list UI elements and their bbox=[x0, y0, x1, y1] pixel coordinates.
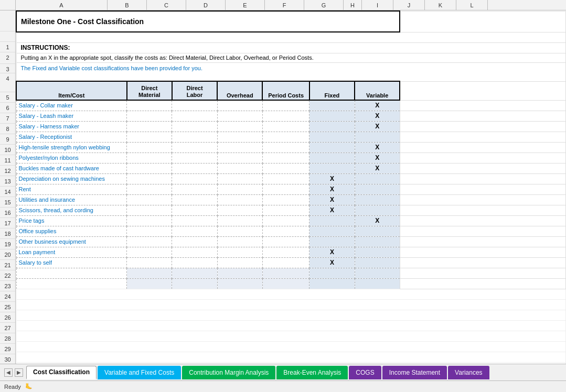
item-cell: Office supplies bbox=[16, 226, 127, 236]
table-row[interactable]: Rent X bbox=[16, 184, 566, 194]
col-item-header: Item/Cost bbox=[16, 81, 127, 100]
instructions-row-3: The Fixed and Variable cost classificati… bbox=[16, 62, 566, 81]
table-row[interactable]: Salary - Leash maker X bbox=[16, 111, 566, 121]
col-header-j: J bbox=[393, 0, 425, 10]
table-row[interactable]: Depreciation on sewing machines X bbox=[16, 173, 566, 184]
col-variable-header: Variable bbox=[355, 81, 400, 100]
accessibility-icon: 🦶 bbox=[25, 383, 33, 390]
instructions-row-1: INSTRUCTIONS: bbox=[16, 42, 566, 53]
tab-income-statement[interactable]: Income Statement bbox=[382, 366, 447, 379]
column-header-row: Item/Cost DirectMaterial DirectLabor Ove… bbox=[16, 81, 566, 100]
variable-cell[interactable]: X bbox=[355, 100, 400, 111]
table-row[interactable]: Salary to self X bbox=[16, 257, 566, 268]
item-cell: Loan payment bbox=[16, 247, 127, 257]
item-cell: Salary - Collar maker bbox=[16, 100, 127, 111]
table-row[interactable]: Loan payment X bbox=[16, 247, 566, 257]
col-oh-header: Overhead bbox=[217, 81, 262, 100]
table-row[interactable]: Salary - Harness maker X bbox=[16, 121, 566, 132]
item-cell: Salary - Leash maker bbox=[16, 111, 127, 121]
empty-row-1 bbox=[16, 32, 566, 42]
col-header-h: H bbox=[344, 0, 362, 10]
instructions-line1: Putting an X in the appropriate spot, cl… bbox=[21, 55, 314, 61]
instructions-line2: The Fixed and Variable cost classificati… bbox=[21, 65, 203, 71]
empty-row bbox=[16, 352, 566, 362]
col-header-k: K bbox=[425, 0, 456, 10]
main-area: 1 2 3 4 5 6 7 8 9 10 11 12 13 14 15 16 1… bbox=[0, 10, 566, 364]
empty-data-row bbox=[16, 268, 566, 278]
col-header-i: I bbox=[362, 0, 393, 10]
empty-row bbox=[16, 331, 566, 341]
data-table: Milestone One - Cost Classification INST… bbox=[16, 10, 566, 364]
tab-variable-fixed-costs[interactable]: Variable and Fixed Costs bbox=[98, 366, 181, 379]
title-spacer bbox=[400, 11, 565, 32]
tab-break-even-analysis[interactable]: Break-Even Analysis bbox=[276, 366, 348, 379]
item-cell: Buckles made of cast hardware bbox=[16, 163, 127, 173]
status-bar: Ready 🦶 bbox=[0, 380, 566, 392]
col-header-d: D bbox=[186, 0, 226, 10]
dl-cell[interactable] bbox=[172, 100, 217, 111]
table-row[interactable]: Office supplies bbox=[16, 226, 566, 236]
table-row[interactable]: High-tensile strength nylon webbing X bbox=[16, 142, 566, 153]
tab-variances[interactable]: Variances bbox=[448, 366, 489, 379]
tab-cogs[interactable]: COGS bbox=[349, 366, 381, 379]
item-cell: Polyester/nylon ribbons bbox=[16, 153, 127, 163]
item-cell: Salary to self bbox=[16, 257, 127, 268]
col-dm-header: DirectMaterial bbox=[127, 81, 172, 100]
table-row[interactable]: Salary - Collar maker X bbox=[16, 100, 566, 111]
title-cell: Milestone One - Cost Classification bbox=[16, 11, 400, 32]
tab-bar: ◀ ▶ Cost Classification Variable and Fix… bbox=[0, 364, 566, 380]
table-row[interactable]: Other business equipment bbox=[16, 236, 566, 247]
item-cell: Utilities and insurance bbox=[16, 194, 127, 205]
tab-next-button[interactable]: ▶ bbox=[15, 368, 23, 377]
item-cell: Salary - Harness maker bbox=[16, 121, 127, 132]
empty-row bbox=[16, 341, 566, 352]
item-cell: Price tags bbox=[16, 215, 127, 226]
spreadsheet: A B C D E F G H I J K L 1 2 3 4 5 6 7 8 … bbox=[0, 0, 566, 392]
tab-prev-button[interactable]: ◀ bbox=[4, 368, 13, 377]
status-ready: Ready bbox=[4, 384, 21, 390]
empty-row bbox=[16, 320, 566, 331]
col-header-c: C bbox=[147, 0, 186, 10]
col-header-l: L bbox=[456, 0, 488, 10]
table-row[interactable]: Buckles made of cast hardware X bbox=[16, 163, 566, 173]
col-header-f: F bbox=[265, 0, 304, 10]
col-header-b: B bbox=[108, 0, 147, 10]
item-cell: High-tensile strength nylon webbing bbox=[16, 142, 127, 153]
sheet-content: Milestone One - Cost Classification INST… bbox=[16, 10, 566, 364]
item-cell: Rent bbox=[16, 184, 127, 194]
item-cell: Scissors, thread, and cording bbox=[16, 205, 127, 215]
item-cell: Other business equipment bbox=[16, 236, 127, 247]
dm-cell[interactable] bbox=[127, 100, 172, 111]
table-row[interactable]: Polyester/nylon ribbons X bbox=[16, 153, 566, 163]
row-numbers: 1 2 3 4 5 6 7 8 9 10 11 12 13 14 15 16 1… bbox=[0, 10, 16, 364]
col-header-a: A bbox=[16, 0, 108, 10]
table-row[interactable]: Price tags X bbox=[16, 215, 566, 226]
empty-row bbox=[16, 289, 566, 299]
pc-cell[interactable] bbox=[262, 100, 309, 111]
instructions-header: INSTRUCTIONS: bbox=[21, 44, 70, 51]
table-row[interactable]: Scissors, thread, and cording X bbox=[16, 205, 566, 215]
empty-row bbox=[16, 299, 566, 310]
instructions-row-2: Putting an X in the appropriate spot, cl… bbox=[16, 53, 566, 62]
col-header-e: E bbox=[226, 0, 265, 10]
oh-cell[interactable] bbox=[217, 100, 262, 111]
empty-data-row bbox=[16, 278, 566, 289]
empty-row bbox=[16, 310, 566, 320]
col-dl-header: DirectLabor bbox=[172, 81, 217, 100]
table-row[interactable]: Salary - Receptionist bbox=[16, 132, 566, 142]
tab-navigation: ◀ ▶ bbox=[4, 368, 23, 377]
table-row[interactable]: Utilities and insurance X bbox=[16, 194, 566, 205]
tab-cost-classification[interactable]: Cost Classification bbox=[26, 366, 97, 379]
item-cell: Depreciation on sewing machines bbox=[16, 173, 127, 184]
column-headers: A B C D E F G H I J K L bbox=[0, 0, 566, 10]
col-fixed-header: Fixed bbox=[309, 81, 355, 100]
fixed-cell[interactable] bbox=[309, 100, 355, 111]
tab-contribution-margin[interactable]: Contribution Margin Analysis bbox=[182, 366, 275, 379]
col-pc-header: Period Costs bbox=[262, 81, 309, 100]
empty-row bbox=[16, 362, 566, 364]
col-header-g: G bbox=[304, 0, 344, 10]
item-cell: Salary - Receptionist bbox=[16, 132, 127, 142]
corner-cell bbox=[0, 0, 16, 10]
